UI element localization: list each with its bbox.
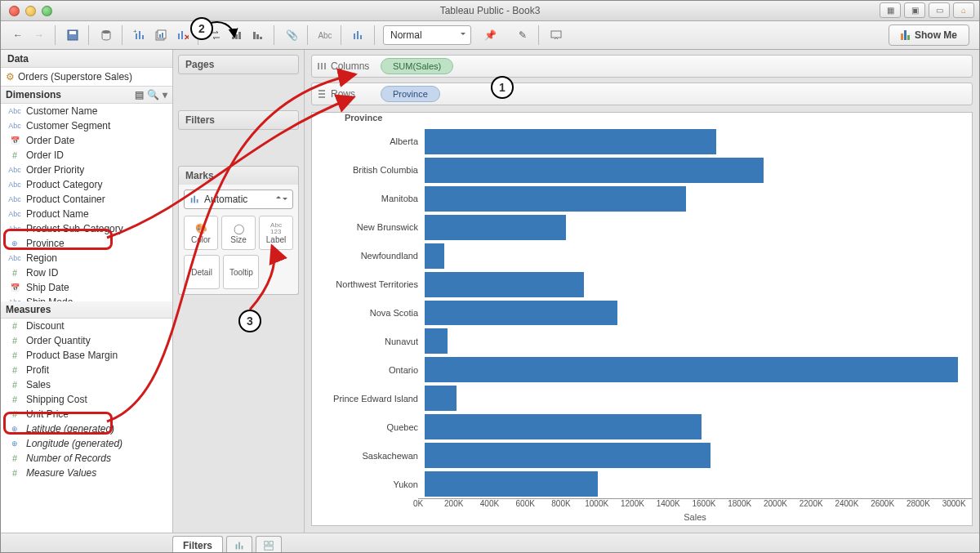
chart-row-label: Nova Scotia — [312, 308, 425, 318]
marks-color-button[interactable]: 🎨Color — [184, 216, 218, 250]
svg-rect-32 — [318, 96, 325, 98]
svg-rect-18 — [256, 34, 259, 39]
chart-bar[interactable] — [425, 357, 958, 382]
show-labels-button[interactable]: Abc — [316, 26, 334, 44]
chart-bar[interactable] — [425, 414, 702, 439]
x-tick: 1600K — [692, 499, 715, 508]
field-customer-name[interactable]: AbcCustomer Name — [1, 104, 172, 118]
pages-label: Pages — [185, 59, 214, 70]
new-dashboard-tab[interactable] — [256, 536, 282, 553]
highlight-button[interactable]: ✎ — [514, 26, 532, 44]
clear-sheet-button[interactable]: ✕ — [173, 26, 191, 44]
chart-bar[interactable] — [425, 186, 686, 212]
filters-tab[interactable]: Filters — [172, 536, 223, 553]
back-button[interactable]: ← — [9, 26, 27, 44]
view-mode-2-button[interactable]: ▣ — [904, 2, 925, 18]
chart-bar[interactable] — [425, 215, 566, 240]
columns-shelf[interactable]: Columns SUM(Sales) — [311, 55, 973, 78]
rows-text: Rows — [331, 88, 355, 100]
field-region[interactable]: AbcRegion — [1, 251, 172, 265]
marks-size-button[interactable]: ◯Size — [221, 216, 256, 250]
marks-title: Marks — [178, 166, 299, 185]
dropdown-icon[interactable]: ▾ — [163, 89, 167, 100]
view-mode-home-button[interactable]: ⌂ — [953, 2, 974, 18]
forward-button[interactable]: → — [30, 26, 48, 44]
presentation-mode-button[interactable] — [547, 26, 565, 44]
field-unit-price[interactable]: #Unit Price — [1, 407, 172, 421]
field-row-id[interactable]: #Row ID — [1, 265, 172, 280]
pin-axis-button[interactable]: 📌 — [481, 26, 499, 44]
chart-bar[interactable] — [425, 243, 444, 269]
mark-type-dropdown[interactable]: Automatic — [184, 190, 293, 209]
chart-bar[interactable] — [425, 272, 584, 297]
field-sales[interactable]: #Sales — [1, 377, 172, 392]
chart-bar[interactable] — [425, 301, 617, 326]
field-longitude-generated-[interactable]: ⊕Longitude (generated) — [1, 436, 172, 451]
connect-data-button[interactable] — [97, 26, 115, 44]
field-product-container[interactable]: AbcProduct Container — [1, 192, 172, 207]
rows-pill-province[interactable]: Province — [381, 86, 440, 102]
field-order-quantity[interactable]: #Order Quantity — [1, 333, 172, 348]
show-me-button[interactable]: Show Me — [889, 25, 969, 46]
chart-bar[interactable] — [425, 158, 764, 183]
view-mode-3-button[interactable]: ▭ — [929, 2, 950, 18]
search-icon[interactable]: 🔍 — [147, 89, 159, 100]
field-product-sub-category[interactable]: AbcProduct Sub-Category — [1, 221, 172, 236]
pages-shelf[interactable]: Pages — [178, 55, 299, 74]
data-source-label: Orders (Superstore Sales) — [18, 71, 132, 83]
sort-desc-button[interactable] — [249, 26, 267, 44]
svg-rect-21 — [357, 31, 359, 39]
chart-row: Saskachewan — [312, 441, 972, 470]
field-province[interactable]: ⊕Province — [1, 236, 172, 251]
new-worksheet-tab[interactable] — [226, 536, 252, 553]
chart-bar[interactable] — [425, 443, 710, 468]
marks-tooltip-button[interactable]: Tooltip — [223, 255, 259, 289]
field-ship-mode[interactable]: AbcShip Mode — [1, 295, 172, 301]
data-source[interactable]: ⚙ Orders (Superstore Sales) — [1, 68, 172, 87]
svg-point-2 — [102, 30, 110, 33]
field-label: Product Base Margin — [26, 349, 118, 362]
save-button[interactable] — [64, 26, 82, 44]
x-tick: 3000K — [942, 499, 966, 508]
marks-detail-button[interactable]: Detail — [184, 255, 220, 289]
chart-bar[interactable] — [425, 386, 457, 411]
zoom-window-icon[interactable] — [42, 6, 52, 16]
chart-bar[interactable] — [425, 129, 716, 154]
view-list-icon[interactable]: ▤ — [135, 89, 144, 100]
field-ship-date[interactable]: 📅Ship Date — [1, 280, 172, 295]
svg-rect-23 — [551, 31, 561, 38]
view-cards-button[interactable] — [350, 26, 368, 44]
chart-row-label: Ontario — [312, 365, 425, 375]
chart-row-label: Northwest Territories — [312, 279, 425, 289]
field-latitude-generated-[interactable]: ⊕Latitude (generated) — [1, 421, 172, 436]
close-window-icon[interactable] — [9, 6, 20, 16]
field-measure-values[interactable]: #Measure Values — [1, 466, 172, 480]
duplicate-sheet-button[interactable] — [152, 26, 170, 44]
field-customer-segment[interactable]: AbcCustomer Segment — [1, 118, 172, 133]
field-order-priority[interactable]: AbcOrder Priority — [1, 163, 172, 177]
fit-dropdown[interactable]: Normal — [383, 25, 471, 45]
field-label: Longitude (generated) — [26, 437, 122, 450]
field-product-base-margin[interactable]: #Product Base Margin — [1, 348, 172, 363]
field-shipping-cost[interactable]: #Shipping Cost — [1, 392, 172, 407]
field-profit[interactable]: #Profit — [1, 363, 172, 377]
new-worksheet-button[interactable]: + — [131, 26, 149, 44]
field-order-date[interactable]: 📅Order Date — [1, 133, 172, 148]
field-discount[interactable]: #Discount — [1, 319, 172, 333]
columns-pill-sum-sales[interactable]: SUM(Sales) — [381, 58, 453, 74]
filters-shelf[interactable]: Filters — [178, 110, 299, 130]
chart-bar[interactable] — [425, 471, 598, 497]
chart-bar[interactable] — [425, 328, 448, 354]
field-product-category[interactable]: AbcProduct Category — [1, 177, 172, 192]
minimize-window-icon[interactable] — [25, 6, 36, 16]
marks-label-button[interactable]: Abc123Label — [259, 216, 293, 250]
show-me-icon — [901, 30, 910, 40]
dimensions-heading-label: Dimensions — [6, 89, 61, 100]
rows-shelf[interactable]: Rows Province — [311, 83, 973, 105]
field-product-name[interactable]: AbcProduct Name — [1, 207, 172, 221]
field-number-of-records[interactable]: #Number of Records — [1, 451, 172, 466]
columns-shelf-label: Columns — [317, 60, 374, 72]
field-order-id[interactable]: #Order ID — [1, 148, 172, 163]
view-mode-1-button[interactable]: ▦ — [880, 2, 901, 18]
group-button[interactable]: 📎 — [283, 26, 301, 44]
